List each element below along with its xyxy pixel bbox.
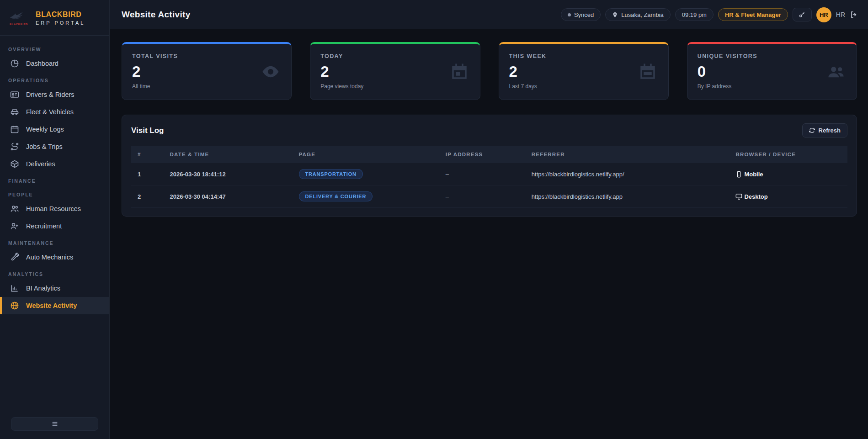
visit-log-header: Visit Log Refresh — [131, 123, 847, 138]
sync-status-badge: Synced — [561, 8, 601, 21]
location-pin-icon — [612, 12, 618, 18]
sync-status-label: Synced — [574, 11, 594, 18]
sidebar-item-dashboard[interactable]: Dashboard — [0, 55, 109, 72]
col-page: PAGE — [293, 146, 439, 163]
key-icon — [799, 11, 805, 18]
col-datetime: DATE & TIME — [164, 146, 293, 163]
section-maintenance: MAINTENANCE — [0, 235, 109, 249]
time-label: 09:19 pm — [682, 11, 707, 18]
users-group-icon — [826, 62, 846, 81]
sidebar-item-label: Auto Mechanics — [26, 254, 73, 261]
logout-button[interactable] — [850, 11, 858, 19]
visit-log-panel: Visit Log Refresh # DATE & TIME — [122, 115, 857, 217]
row-device: Desktop — [729, 185, 847, 208]
users-icon — [10, 204, 19, 213]
car-icon — [10, 107, 19, 116]
col-ip: IP ADDRESS — [439, 146, 525, 163]
calendar-week-icon — [638, 62, 657, 81]
stat-label: UNIQUE VISITORS — [698, 53, 847, 59]
refresh-button[interactable]: Refresh — [802, 123, 847, 138]
sidebar-item-label: Recruitment — [26, 222, 62, 230]
route-icon — [10, 142, 19, 151]
main-area: Website Activity Synced Lusaka, Zambia 0… — [110, 0, 868, 439]
row-ip: – — [439, 185, 525, 208]
stat-sublabel: Page views today — [320, 83, 469, 90]
visit-log-title: Visit Log — [131, 126, 164, 135]
id-card-icon — [10, 90, 19, 99]
row-page: TRANSPORTATION — [293, 163, 439, 185]
sidebar-item-label: Weekly Logs — [26, 126, 64, 133]
sidebar: BLACKBIRD BLACKBIRD ERP PORTAL OVERVIEW … — [0, 0, 110, 439]
role-label: HR & Fleet Manager — [725, 11, 781, 18]
content: TOTAL VISITS 2 All time TODAY 2 Page vie… — [110, 29, 868, 439]
stat-label: TOTAL VISITS — [132, 53, 281, 59]
stat-sublabel: By IP address — [698, 83, 847, 90]
row-referrer: https://blackbirdlogistics.netlify.app/ — [525, 163, 730, 185]
app-root: BLACKBIRD BLACKBIRD ERP PORTAL OVERVIEW … — [0, 0, 868, 439]
sidebar-item-fleet-vehicles[interactable]: Fleet & Vehicles — [0, 103, 109, 121]
logo-caption: BLACKBIRD — [10, 23, 28, 26]
globe-icon — [10, 301, 19, 310]
password-key-button[interactable] — [793, 8, 812, 21]
sidebar-item-label: BI Analytics — [26, 285, 60, 292]
username-label: HR — [836, 11, 845, 18]
col-referrer: REFERRER — [525, 146, 730, 163]
refresh-label: Refresh — [819, 127, 841, 134]
stat-value: 2 — [320, 63, 469, 80]
device-label: Mobile — [744, 171, 763, 178]
section-analytics: ANALYTICS — [0, 266, 109, 280]
stat-sublabel: Last 7 days — [509, 83, 658, 90]
avatar[interactable]: HR — [816, 7, 831, 22]
calendar-icon — [10, 125, 19, 134]
sidebar-item-label: Drivers & Riders — [26, 91, 75, 98]
table-header: # DATE & TIME PAGE IP ADDRESS REFERRER B… — [131, 146, 847, 163]
stat-value: 2 — [132, 63, 281, 80]
pie-chart-icon — [10, 59, 19, 68]
sidebar-item-human-resources[interactable]: Human Resources — [0, 200, 109, 217]
refresh-icon — [809, 127, 815, 133]
desktop-icon — [735, 193, 742, 200]
sync-dot-icon — [568, 13, 571, 16]
table-row: 2 2026-03-30 04:14:47 DELIVERY & COURIER… — [131, 185, 847, 208]
row-datetime: 2026-03-30 04:14:47 — [164, 185, 293, 208]
sidebar-item-label: Dashboard — [26, 60, 59, 67]
row-datetime: 2026-03-30 18:41:12 — [164, 163, 293, 185]
page-badge: TRANSPORTATION — [299, 169, 363, 179]
sidebar-item-label: Website Activity — [26, 302, 77, 309]
col-num: # — [131, 146, 164, 163]
blackbird-logo-icon: BLACKBIRD — [8, 11, 29, 26]
sidebar-item-recruitment[interactable]: Recruitment — [0, 217, 109, 235]
sidebar-item-bi-analytics[interactable]: BI Analytics — [0, 280, 109, 297]
table-row: 1 2026-03-30 18:41:12 TRANSPORTATION – h… — [131, 163, 847, 185]
col-device: BROWSER / DEVICE — [729, 146, 847, 163]
package-icon — [10, 159, 19, 169]
brand-subtitle: ERP PORTAL — [36, 20, 85, 26]
wrench-icon — [10, 253, 19, 262]
sidebar-item-label: Fleet & Vehicles — [26, 108, 74, 116]
brand-name: BLACKBIRD — [36, 11, 85, 19]
row-num: 1 — [131, 163, 164, 185]
sidebar-item-deliveries[interactable]: Deliveries — [0, 155, 109, 173]
calendar-day-icon — [450, 62, 469, 81]
device-label: Desktop — [744, 193, 767, 200]
sidebar-item-drivers-riders[interactable]: Drivers & Riders — [0, 86, 109, 103]
sidebar-collapse-button[interactable] — [11, 417, 98, 431]
role-badge: HR & Fleet Manager — [718, 8, 788, 21]
sidebar-item-label: Human Resources — [26, 205, 81, 212]
sidebar-item-label: Deliveries — [26, 160, 55, 168]
page-title: Website Activity — [122, 10, 191, 20]
sidebar-item-auto-mechanics[interactable]: Auto Mechanics — [0, 249, 109, 266]
stat-card-this-week: THIS WEEK 2 Last 7 days — [499, 42, 669, 100]
eye-icon — [261, 62, 280, 81]
user-plus-icon — [10, 222, 19, 231]
sidebar-item-weekly-logs[interactable]: Weekly Logs — [0, 121, 109, 138]
topbar: Website Activity Synced Lusaka, Zambia 0… — [110, 0, 868, 29]
location-label: Lusaka, Zambia — [621, 11, 664, 18]
section-operations: OPERATIONS — [0, 72, 109, 86]
section-overview: OVERVIEW — [0, 41, 109, 55]
topbar-right: Synced Lusaka, Zambia 09:19 pm HR & Flee… — [561, 7, 858, 22]
sidebar-item-jobs-trips[interactable]: Jobs & Trips — [0, 138, 109, 155]
stat-label: THIS WEEK — [509, 53, 658, 59]
sidebar-item-website-activity[interactable]: Website Activity — [0, 297, 109, 314]
sidebar-footer — [0, 411, 109, 439]
